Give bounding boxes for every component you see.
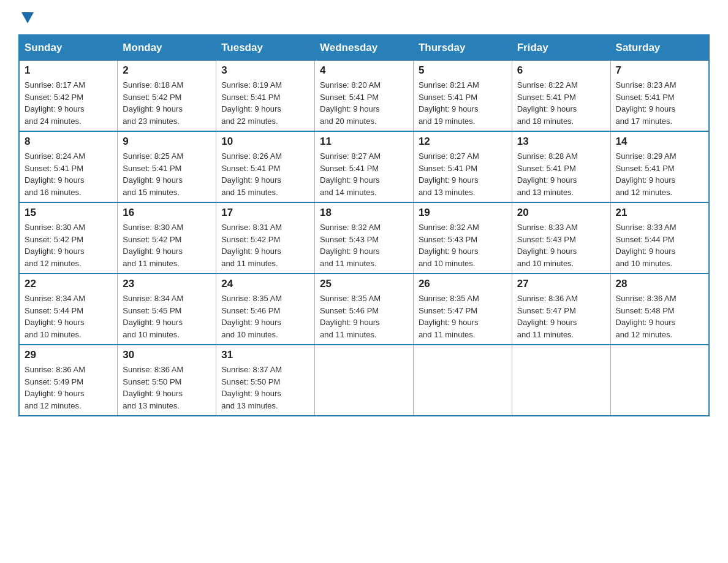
weekday-header-thursday: Thursday [413, 35, 512, 61]
day-info: Sunrise: 8:30 AMSunset: 5:42 PMDaylight:… [25, 221, 112, 269]
day-info: Sunrise: 8:36 AMSunset: 5:49 PMDaylight:… [25, 364, 112, 412]
day-number: 27 [517, 278, 605, 290]
calendar-day-cell: 17 Sunrise: 8:31 AMSunset: 5:42 PMDaylig… [216, 202, 315, 274]
day-info: Sunrise: 8:37 AMSunset: 5:50 PMDaylight:… [221, 364, 309, 412]
calendar-day-cell: 28 Sunrise: 8:36 AMSunset: 5:48 PMDaylig… [610, 274, 709, 345]
day-info: Sunrise: 8:35 AMSunset: 5:47 PMDaylight:… [419, 293, 507, 340]
calendar-week-row: 22 Sunrise: 8:34 AMSunset: 5:44 PMDaylig… [19, 274, 709, 345]
day-info: Sunrise: 8:22 AMSunset: 5:41 PMDaylight:… [517, 79, 605, 127]
day-number: 30 [123, 349, 211, 361]
day-number: 3 [221, 64, 309, 77]
calendar-day-cell: 21 Sunrise: 8:33 AMSunset: 5:44 PMDaylig… [610, 202, 709, 274]
day-info: Sunrise: 8:18 AMSunset: 5:42 PMDaylight:… [123, 79, 211, 127]
calendar-day-cell: 2 Sunrise: 8:18 AMSunset: 5:42 PMDayligh… [118, 61, 216, 132]
calendar-day-cell: 20 Sunrise: 8:33 AMSunset: 5:43 PMDaylig… [512, 202, 610, 274]
calendar-day-cell: 6 Sunrise: 8:22 AMSunset: 5:41 PMDayligh… [512, 61, 610, 132]
day-info: Sunrise: 8:21 AMSunset: 5:41 PMDaylight:… [419, 79, 507, 127]
day-number: 9 [123, 136, 211, 148]
day-number: 13 [517, 136, 605, 148]
calendar-day-cell: 24 Sunrise: 8:35 AMSunset: 5:46 PMDaylig… [216, 274, 315, 345]
page-header [18, 12, 710, 23]
day-info: Sunrise: 8:35 AMSunset: 5:46 PMDaylight:… [221, 293, 309, 340]
day-info: Sunrise: 8:32 AMSunset: 5:43 PMDaylight:… [320, 221, 408, 269]
day-number: 24 [221, 278, 309, 290]
day-number: 15 [25, 207, 112, 219]
day-info: Sunrise: 8:32 AMSunset: 5:43 PMDaylight:… [419, 221, 507, 269]
calendar-day-cell [315, 345, 414, 416]
day-info: Sunrise: 8:33 AMSunset: 5:44 PMDaylight:… [616, 221, 703, 269]
day-number: 18 [320, 207, 408, 219]
day-info: Sunrise: 8:26 AMSunset: 5:41 PMDaylight:… [221, 150, 309, 198]
calendar-week-row: 8 Sunrise: 8:24 AMSunset: 5:41 PMDayligh… [19, 131, 709, 202]
calendar-day-cell: 13 Sunrise: 8:28 AMSunset: 5:41 PMDaylig… [512, 131, 610, 202]
calendar-day-cell: 4 Sunrise: 8:20 AMSunset: 5:41 PMDayligh… [315, 61, 414, 132]
calendar-day-cell [512, 345, 610, 416]
weekday-header-tuesday: Tuesday [216, 35, 315, 61]
calendar-day-cell: 3 Sunrise: 8:19 AMSunset: 5:41 PMDayligh… [216, 61, 315, 132]
day-info: Sunrise: 8:36 AMSunset: 5:50 PMDaylight:… [123, 364, 211, 412]
day-number: 16 [123, 207, 211, 219]
day-info: Sunrise: 8:23 AMSunset: 5:41 PMDaylight:… [616, 79, 703, 127]
calendar-day-cell: 1 Sunrise: 8:17 AMSunset: 5:42 PMDayligh… [19, 61, 118, 132]
weekday-header-saturday: Saturday [610, 35, 709, 61]
calendar-day-cell [610, 345, 709, 416]
calendar-week-row: 1 Sunrise: 8:17 AMSunset: 5:42 PMDayligh… [19, 61, 709, 132]
day-info: Sunrise: 8:34 AMSunset: 5:45 PMDaylight:… [123, 293, 211, 340]
calendar-day-cell: 29 Sunrise: 8:36 AMSunset: 5:49 PMDaylig… [19, 345, 118, 416]
day-info: Sunrise: 8:25 AMSunset: 5:41 PMDaylight:… [123, 150, 211, 198]
calendar-week-row: 29 Sunrise: 8:36 AMSunset: 5:49 PMDaylig… [19, 345, 709, 416]
day-number: 8 [25, 136, 112, 148]
day-info: Sunrise: 8:24 AMSunset: 5:41 PMDaylight:… [25, 150, 112, 198]
day-number: 10 [221, 136, 309, 148]
day-number: 5 [419, 64, 507, 77]
day-info: Sunrise: 8:31 AMSunset: 5:42 PMDaylight:… [221, 221, 309, 269]
calendar-week-row: 15 Sunrise: 8:30 AMSunset: 5:42 PMDaylig… [19, 202, 709, 274]
day-number: 12 [419, 136, 507, 148]
calendar-day-cell: 19 Sunrise: 8:32 AMSunset: 5:43 PMDaylig… [413, 202, 512, 274]
calendar-day-cell: 7 Sunrise: 8:23 AMSunset: 5:41 PMDayligh… [610, 61, 709, 132]
logo [18, 12, 34, 23]
day-number: 2 [123, 64, 211, 77]
day-number: 31 [221, 349, 309, 361]
day-info: Sunrise: 8:27 AMSunset: 5:41 PMDaylight:… [419, 150, 507, 198]
logo-blue-text [18, 12, 34, 23]
calendar-day-cell: 16 Sunrise: 8:30 AMSunset: 5:42 PMDaylig… [118, 202, 216, 274]
day-number: 19 [419, 207, 507, 219]
day-number: 14 [616, 136, 703, 148]
day-info: Sunrise: 8:19 AMSunset: 5:41 PMDaylight:… [221, 79, 309, 127]
calendar-day-cell: 5 Sunrise: 8:21 AMSunset: 5:41 PMDayligh… [413, 61, 512, 132]
calendar-day-cell: 10 Sunrise: 8:26 AMSunset: 5:41 PMDaylig… [216, 131, 315, 202]
day-info: Sunrise: 8:20 AMSunset: 5:41 PMDaylight:… [320, 79, 408, 127]
calendar-day-cell: 9 Sunrise: 8:25 AMSunset: 5:41 PMDayligh… [118, 131, 216, 202]
day-number: 23 [123, 278, 211, 290]
calendar-day-cell: 22 Sunrise: 8:34 AMSunset: 5:44 PMDaylig… [19, 274, 118, 345]
day-info: Sunrise: 8:35 AMSunset: 5:46 PMDaylight:… [320, 293, 408, 340]
day-number: 6 [517, 64, 605, 77]
calendar-table: SundayMondayTuesdayWednesdayThursdayFrid… [18, 34, 710, 416]
weekday-header-wednesday: Wednesday [315, 35, 414, 61]
day-info: Sunrise: 8:17 AMSunset: 5:42 PMDaylight:… [25, 79, 112, 127]
weekday-header-friday: Friday [512, 35, 610, 61]
day-info: Sunrise: 8:36 AMSunset: 5:48 PMDaylight:… [616, 293, 703, 340]
calendar-day-cell: 25 Sunrise: 8:35 AMSunset: 5:46 PMDaylig… [315, 274, 414, 345]
day-number: 26 [419, 278, 507, 290]
day-number: 20 [517, 207, 605, 219]
weekday-header-monday: Monday [118, 35, 216, 61]
day-number: 7 [616, 64, 703, 77]
day-info: Sunrise: 8:36 AMSunset: 5:47 PMDaylight:… [517, 293, 605, 340]
calendar-day-cell: 26 Sunrise: 8:35 AMSunset: 5:47 PMDaylig… [413, 274, 512, 345]
calendar-day-cell [413, 345, 512, 416]
calendar-day-cell: 18 Sunrise: 8:32 AMSunset: 5:43 PMDaylig… [315, 202, 414, 274]
day-info: Sunrise: 8:27 AMSunset: 5:41 PMDaylight:… [320, 150, 408, 198]
day-number: 4 [320, 64, 408, 77]
calendar-day-cell: 30 Sunrise: 8:36 AMSunset: 5:50 PMDaylig… [118, 345, 216, 416]
day-number: 17 [221, 207, 309, 219]
day-info: Sunrise: 8:34 AMSunset: 5:44 PMDaylight:… [25, 293, 112, 340]
logo-triangle-icon [21, 12, 34, 23]
calendar-day-cell: 12 Sunrise: 8:27 AMSunset: 5:41 PMDaylig… [413, 131, 512, 202]
calendar-day-cell: 14 Sunrise: 8:29 AMSunset: 5:41 PMDaylig… [610, 131, 709, 202]
day-info: Sunrise: 8:29 AMSunset: 5:41 PMDaylight:… [616, 150, 703, 198]
calendar-day-cell: 31 Sunrise: 8:37 AMSunset: 5:50 PMDaylig… [216, 345, 315, 416]
calendar-day-cell: 8 Sunrise: 8:24 AMSunset: 5:41 PMDayligh… [19, 131, 118, 202]
day-number: 25 [320, 278, 408, 290]
